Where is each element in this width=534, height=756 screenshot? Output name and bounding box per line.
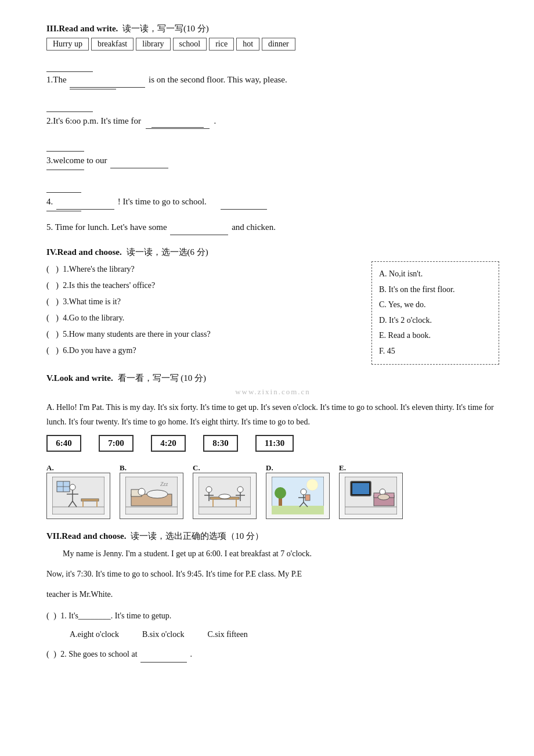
section-vii: VII.Read and choose. 读一读，选出正确的选项（10 分） M… (46, 531, 499, 663)
svg-text:Zzz: Zzz (160, 481, 168, 487)
svg-point-48 (380, 489, 385, 495)
section-iii-title: III.Read and write. 读一读，写一写(10 分) (46, 23, 499, 34)
choose-answers: A. No,it isn't. B. It's on the first flo… (371, 261, 499, 365)
word-dinner: dinner (262, 38, 295, 51)
vii-q2: ( ) 2. She goes to school at . (46, 646, 499, 663)
svg-point-24 (219, 494, 230, 499)
answer-a: A. No,it isn't. (379, 267, 492, 282)
image-c-svg (199, 477, 251, 514)
word-breakfast: breakfast (91, 38, 134, 51)
section-iv-title: IV.Read and choose. 读一读，选一选(6 分) (46, 247, 499, 258)
choose-q3: ( ) 3.What time is it? (46, 294, 366, 310)
watermark: www.zixin.com.cn (46, 387, 499, 397)
section-v-title: V.Look and write. 看一看，写一写 (10 分) (46, 373, 499, 384)
svg-rect-34 (272, 506, 324, 514)
svg-point-17 (138, 488, 145, 495)
sentence-2: 2.It's 6:oo p.m. It's time for . (46, 98, 499, 129)
image-d: D. (266, 463, 330, 519)
word-hurryup: Hurry up (46, 38, 89, 51)
svg-rect-45 (352, 483, 369, 494)
passage-text: A. Hello! I'm Pat. This is my day. It's … (46, 400, 499, 429)
section-iii: III.Read and write. 读一读，写一写(10 分) Hurry … (46, 23, 499, 235)
choose-q6: ( ) 6.Do you have a gym? (46, 343, 366, 359)
image-c: C. (193, 463, 257, 519)
choose-questions: ( ) 1.Where's the library? ( ) 2.Is this… (46, 261, 366, 365)
image-d-svg (272, 477, 324, 514)
section-vii-title: VII.Read and choose. 读一读，选出正确的选项（10 分） (46, 531, 499, 542)
word-bank: Hurry up breakfast library school rice h… (46, 38, 499, 51)
vii-q1: ( ) 1. It's________. It's time to getup. (46, 608, 499, 624)
image-e-svg (345, 477, 397, 514)
svg-point-28 (237, 487, 243, 492)
answer-c: C. Yes, we do. (379, 297, 492, 313)
answer-d: D. It's 2 o'clock. (379, 313, 492, 329)
image-a-svg (52, 477, 104, 514)
answer-e: E. Read a book. (379, 328, 492, 344)
svg-rect-42 (305, 495, 310, 501)
time-640: 6:40 (46, 435, 81, 452)
word-school: school (173, 38, 207, 51)
sentence-1: 1.The is on the second floor. This way, … (46, 56, 499, 89)
choose-q4: ( ) 4.Go to the library. (46, 310, 366, 326)
svg-point-16 (147, 490, 168, 498)
time-830: 8:30 (203, 435, 238, 452)
image-b-svg: Zzz (125, 477, 178, 514)
vii-passage-line-3: teacher is Mr.White. (46, 587, 499, 602)
choose-q1: ( ) 1.Where's the library? (46, 261, 366, 278)
vii-passage-line-2: Now, it's 7:30. It's time to go to schoo… (46, 567, 499, 581)
time-boxes: 6:40 7:00 4:20 8:30 11:30 (46, 435, 499, 452)
word-rice: rice (209, 38, 234, 51)
svg-point-8 (70, 484, 75, 490)
image-b: B. Zzz (120, 463, 183, 519)
svg-point-37 (301, 489, 306, 495)
time-420: 4:20 (151, 435, 186, 452)
images-row: A. (46, 463, 499, 519)
sentence-5: 5. Time for lunch. Let's have some and c… (46, 219, 499, 235)
choose-grid: ( ) 1.Where's the library? ( ) 2.Is this… (46, 261, 499, 365)
word-hot: hot (236, 38, 259, 51)
time-700: 7:00 (99, 435, 134, 452)
vii-q1-choices: A.eight o'clock B.six o'clock C.six fift… (70, 627, 499, 643)
word-library: library (136, 38, 170, 51)
choose-q5: ( ) 5.How many students are there in you… (46, 326, 366, 343)
image-a: A. (46, 463, 110, 519)
vii-passage-line-1: My name is Jenny. I'm a student. I get u… (46, 546, 499, 561)
sentence-3: 3.welcome to our (46, 137, 499, 170)
answer-f: F. 45 (379, 344, 492, 359)
svg-point-25 (206, 487, 212, 492)
svg-point-49 (378, 494, 389, 500)
answer-b: B. It's on the first floor. (379, 282, 492, 298)
section-iv: IV.Read and choose. 读一读，选一选(6 分) ( ) 1.W… (46, 247, 499, 365)
sentence-4: 4. ! It's time to go to school. (46, 178, 499, 211)
choose-q2: ( ) 2.Is this the teachers' office? (46, 278, 366, 294)
time-1130: 11:30 (255, 435, 294, 452)
image-e: E. (339, 463, 403, 519)
svg-rect-5 (81, 499, 99, 501)
svg-point-33 (306, 479, 318, 491)
svg-point-36 (275, 487, 286, 499)
section-v: V.Look and write. 看一看，写一写 (10 分) www.zix… (46, 373, 499, 519)
